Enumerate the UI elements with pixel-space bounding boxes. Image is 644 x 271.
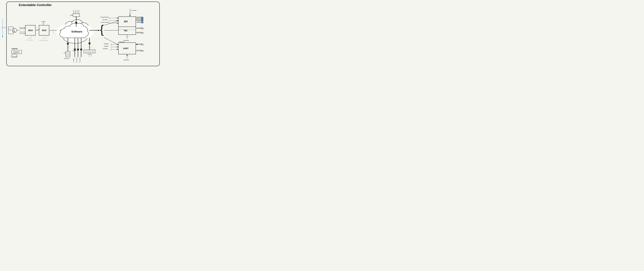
radc-sub: ADC xyxy=(10,30,12,30)
databits-label: Databits xyxy=(104,43,109,44)
brace-symbol: { xyxy=(100,23,104,36)
ss-pb4-label: SS (PB4) xyxy=(137,21,142,22)
leds-7-label: 7 xyxy=(84,48,84,50)
sda-pd1-label: SDA (PD1) xyxy=(136,32,142,33)
e-pd6-label: E (PD6) xyxy=(73,58,74,62)
twi-label: TWI xyxy=(124,30,127,32)
portc-label: PORTC xyxy=(88,54,92,55)
mux2-label: MUX xyxy=(42,29,47,32)
txd-pd1-label: TxD (PD1) xyxy=(136,50,142,51)
db-pa47-label: DB(PA)4-7 xyxy=(64,58,70,59)
phase-polarity-label: Phase/Polarity xyxy=(100,16,109,18)
legend-title: Legend: xyxy=(12,48,18,50)
legend-software-label: Software xyxy=(12,56,17,57)
pinb-label: PINB xyxy=(70,14,73,16)
uart-label: UART xyxy=(123,47,129,50)
baudrate-uart-top-label: Baudrate xyxy=(119,41,124,42)
adc0-pa1-label: ADC0 (PA1) xyxy=(20,33,26,34)
legend-hardware-label: Hardware xyxy=(13,51,20,53)
baudrate-uart-label: Baudrate xyxy=(124,59,129,61)
n4-dp-label: 4 xyxy=(69,46,70,48)
n10-label: 10 xyxy=(53,32,54,33)
main-title: Extendable Controller xyxy=(19,3,52,7)
uvcc-label: U_VCC xyxy=(1,27,6,28)
baudrate-twi-label: Baudrate xyxy=(124,40,129,41)
pinb-0-label: 0 xyxy=(80,16,80,17)
mux1-label: MUX xyxy=(28,29,33,32)
sck-pb7-label: SCK (PB7) xyxy=(136,16,142,18)
sw-label: SW xyxy=(75,16,77,18)
en-pa2-label: EN (PA2) xyxy=(79,58,80,62)
sck-pd0-label: SCK (PD0) xyxy=(136,27,142,28)
prescaler-label: Prescaler xyxy=(131,10,136,11)
software-cloud-label: Software xyxy=(71,30,82,33)
pinb-3-label: 3 xyxy=(70,16,70,17)
n8-adc-label: 8 xyxy=(31,38,32,39)
adc-channel-label: ADC-Channel xyxy=(26,40,33,41)
n8-baudrate-twi-label: 8 xyxy=(128,36,129,38)
dp1-label: DP1 xyxy=(64,52,66,54)
n12-label: 12 xyxy=(128,55,130,57)
n3-databits-label: 3 xyxy=(111,46,112,47)
uin-label: U_IN xyxy=(37,28,40,30)
rs-pd2-label: RS (PD2) xyxy=(76,57,78,62)
paritybit-label: Paritybit xyxy=(103,48,108,50)
n8-sw-label: 8 xyxy=(78,20,78,21)
n3-fadc-label: 3 xyxy=(46,38,47,39)
stopbits-label: Stopbits xyxy=(104,46,108,47)
miso-pb6-label: MISO (PB6) xyxy=(136,20,143,21)
diagram-container: Extendable Controller U_VCC R ADC MUX AD… xyxy=(0,0,161,68)
n8-leds-label: 8 xyxy=(91,46,92,48)
n2-phase-label: 2 xyxy=(110,19,110,20)
uref-label: U_REF xyxy=(41,21,46,22)
n2-uref-label: 2 xyxy=(44,22,44,24)
adc0-pa0-label: ADC0 (PA0) xyxy=(20,27,26,28)
n4-prescaler-label: 4 xyxy=(131,13,132,14)
double-speed-label: Double Speed xyxy=(101,22,109,23)
direction-label: Direction xyxy=(102,19,108,20)
n2-paritybit-label: 2 xyxy=(110,50,110,52)
spi-label: SPI xyxy=(124,20,128,23)
fadc-label: f_ADC(50-200kHz) xyxy=(39,40,48,41)
rxd-pd0-label: RxD (PD0) xyxy=(136,43,142,44)
leds-text-label: LEDs xyxy=(89,55,92,57)
leds-0-label: 0 xyxy=(94,48,95,50)
mosi-pb5-label: MOSI (PB5) xyxy=(136,18,143,19)
